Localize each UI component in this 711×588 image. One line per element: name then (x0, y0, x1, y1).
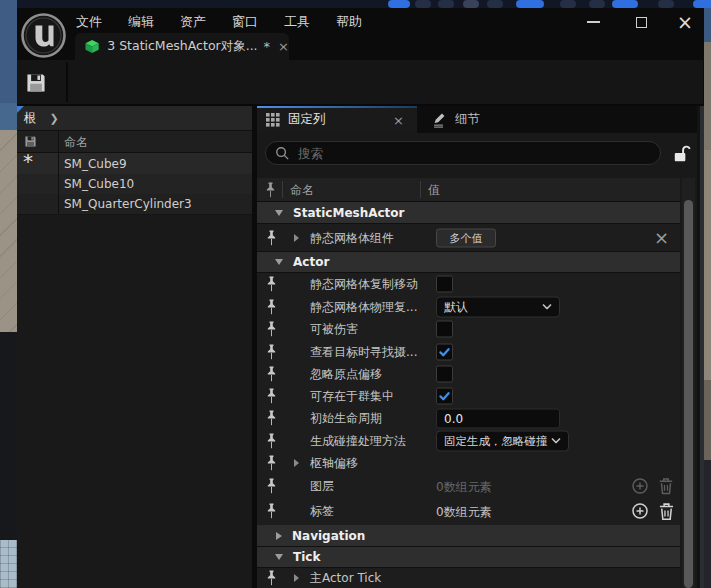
header-divider[interactable] (420, 181, 421, 198)
pin-icon[interactable] (266, 366, 277, 382)
pin-icon[interactable] (266, 410, 277, 426)
list-item-sm-quartercylinder3[interactable]: SM_QuarterCylinder3 (17, 194, 252, 215)
menu-file[interactable]: 文件 (76, 13, 102, 31)
unreal-editor-window: 文件 编辑 资产 窗口 工具 帮助 × 3 StaticMeshActor对象.… (0, 0, 711, 588)
category-label: Navigation (292, 529, 365, 543)
pin-icon[interactable] (266, 388, 277, 404)
property-row-tags[interactable]: 标签 0数组元素 (257, 497, 680, 526)
expand-arrow-icon (276, 532, 282, 540)
menu-window[interactable]: 窗口 (232, 13, 258, 31)
array-count-label: 0数组元素 (436, 480, 492, 494)
scrollbar-track[interactable] (682, 178, 695, 588)
property-label: 静态网格体物理复... (310, 298, 417, 315)
dropdown-spawn-collision[interactable]: 固定生成，忽略碰撞 (436, 430, 569, 451)
dropdown-value: 默认 (444, 298, 468, 315)
category-navigation[interactable]: Navigation (257, 525, 680, 547)
pin-icon[interactable] (266, 433, 277, 449)
expand-arrow-icon[interactable] (294, 459, 299, 467)
value-column-label[interactable]: 值 (428, 181, 440, 198)
property-row-pivot-offset[interactable]: 枢轴偏移 (257, 452, 680, 475)
category-label: Tick (293, 550, 320, 564)
save-button[interactable] (21, 68, 51, 98)
pin-icon[interactable] (266, 230, 277, 246)
property-label: 查看目标时寻找摄... (310, 343, 417, 360)
clear-value-icon[interactable]: × (654, 229, 669, 247)
property-row-find-camera-on-look[interactable]: 查看目标时寻找摄... (257, 340, 680, 364)
unlock-button[interactable] (673, 143, 691, 163)
category-tick[interactable]: Tick (257, 547, 680, 568)
add-element-button[interactable] (631, 477, 649, 495)
taskbar-icon (693, 0, 711, 8)
check-icon (438, 390, 451, 403)
name-column-header[interactable]: 命名 (17, 131, 252, 153)
property-row-replicate-movement[interactable]: 静态网格体复制移动 (257, 273, 680, 296)
life-span-input[interactable] (436, 409, 560, 429)
property-row-spawn-collision-method[interactable]: 生成碰撞处理方法 固定生成，忽略碰撞 (257, 429, 680, 453)
breadcrumb-root[interactable]: 根 (24, 110, 37, 127)
clear-array-button[interactable] (658, 502, 676, 520)
asset-tab-close-icon[interactable]: × (278, 39, 289, 54)
breadcrumb[interactable]: 根 ❯ (17, 106, 252, 131)
dropdown-physics-replication[interactable]: 默认 (436, 296, 560, 317)
menu-edit[interactable]: 编辑 (128, 13, 154, 31)
property-row-can-be-in-cluster[interactable]: 可存在于群集中 (257, 385, 680, 408)
modified-asterisk-icon: * (23, 149, 33, 173)
close-button[interactable]: × (672, 12, 698, 32)
checkbox-checked[interactable] (436, 388, 453, 405)
expand-arrow-icon[interactable] (294, 574, 299, 582)
add-element-button[interactable] (631, 502, 649, 520)
menu-tools[interactable]: 工具 (284, 13, 310, 31)
tab-close-icon[interactable]: × (393, 112, 404, 127)
list-item-sm-cube10[interactable]: SM_Cube10 (17, 174, 252, 195)
clear-array-button[interactable] (658, 477, 676, 495)
multiple-values-label: 多个值 (450, 230, 483, 245)
panel-tab-bar: 固定列 × 细节 (257, 106, 697, 133)
search-input[interactable] (296, 145, 660, 162)
column-divider (58, 194, 59, 214)
tab-pinned-columns[interactable]: 固定列 × (257, 106, 417, 133)
scrollbar-thumb[interactable] (684, 200, 693, 588)
static-mesh-icon (84, 38, 100, 55)
expand-arrow-icon[interactable] (294, 234, 299, 242)
property-row-physics-replication[interactable]: 静态网格体物理复... 默认 (257, 295, 680, 319)
pin-icon[interactable] (266, 299, 277, 315)
name-column-label[interactable]: 命名 (290, 181, 314, 198)
trash-icon (658, 477, 674, 495)
pin-icon[interactable] (266, 321, 277, 337)
taskbar-icon (658, 0, 674, 8)
property-row-layers[interactable]: 图层 0数组元素 (257, 474, 680, 498)
category-actor[interactable]: Actor (257, 252, 680, 273)
object-name: SM_QuarterCylinder3 (64, 197, 192, 211)
property-row-initial-life-span[interactable]: 初始生命周期 (257, 407, 680, 430)
checkbox-unchecked[interactable] (436, 276, 453, 293)
collapse-arrow-icon (275, 259, 283, 265)
menu-asset[interactable]: 资产 (180, 13, 206, 31)
checkbox-unchecked[interactable] (436, 321, 453, 338)
minimize-button[interactable] (580, 12, 606, 32)
search-box[interactable] (265, 141, 661, 165)
taskbar-icon (487, 0, 503, 8)
header-divider[interactable] (282, 181, 283, 198)
pin-icon[interactable] (266, 276, 277, 292)
pin-icon[interactable] (266, 570, 277, 586)
tab-details[interactable]: 细节 (427, 106, 517, 133)
property-row-ignore-origin-shift[interactable]: 忽略原点偏移 (257, 363, 680, 386)
checkbox-checked[interactable] (436, 343, 453, 360)
column-divider (58, 153, 59, 174)
category-staticmeshactor[interactable]: StaticMeshActor (257, 202, 680, 224)
pin-icon[interactable] (266, 344, 277, 360)
pin-icon[interactable] (266, 455, 277, 471)
asset-editor-tab[interactable]: 3 StaticMeshActor对象... * × (75, 33, 289, 60)
maximize-button[interactable] (628, 12, 654, 32)
menu-help[interactable]: 帮助 (336, 13, 362, 31)
chevron-down-icon (551, 438, 561, 444)
property-row-primary-actor-tick[interactable]: 主Actor Tick (257, 568, 680, 588)
multiple-values-button[interactable]: 多个值 (436, 228, 496, 247)
checkbox-unchecked[interactable] (436, 366, 453, 383)
pin-icon[interactable] (266, 503, 277, 519)
property-row-can-be-damaged[interactable]: 可被伤害 (257, 318, 680, 341)
pin-icon[interactable] (266, 478, 277, 494)
list-item-sm-cube9[interactable]: * SM_Cube9 (17, 153, 252, 175)
column-divider (58, 131, 59, 152)
property-row-static-mesh-component[interactable]: 静态网格体组件 多个值 × (257, 224, 680, 252)
